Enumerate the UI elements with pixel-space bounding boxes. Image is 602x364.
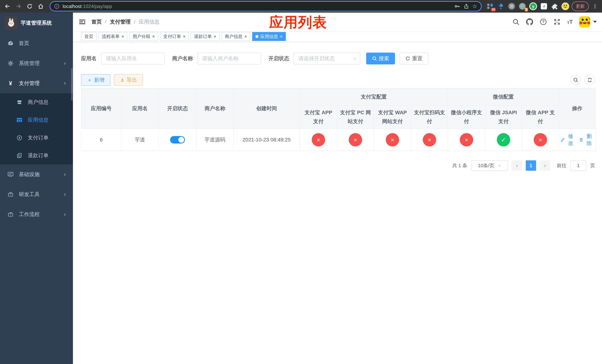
sidebar-item-workflow[interactable]: 工作流程 ∨: [0, 204, 73, 225]
fullscreen-icon[interactable]: [553, 18, 561, 26]
collapse-sidebar-icon[interactable]: [78, 18, 86, 26]
sidebar-item-refund-orders[interactable]: 退款订单: [0, 147, 73, 164]
extension-tabs-icon[interactable]: 10: [486, 2, 494, 10]
sidebar: 芋道管理系统 首页 系统管理 ∨ ¥ 支付管理 ∧: [0, 13, 73, 364]
search-button[interactable]: 搜索: [366, 53, 395, 64]
table-row: 6 芋道 芋道源码 2021-10-23 08:49:25 × × × × ×: [81, 129, 595, 151]
goto-label: 前往: [557, 162, 567, 169]
yen-icon: ¥: [7, 80, 14, 87]
enabled-toggle[interactable]: [170, 136, 185, 143]
merchant-name-input[interactable]: [197, 53, 261, 64]
tab-app-info[interactable]: 应用信息×: [252, 32, 286, 41]
browser-home-button[interactable]: [36, 2, 45, 11]
tab-refund-orders[interactable]: 退款订单×: [191, 32, 220, 41]
breadcrumb-home[interactable]: 首页: [91, 18, 102, 25]
toolbar-right: [570, 75, 595, 85]
github-icon[interactable]: [526, 18, 533, 26]
site-info-icon[interactable]: [54, 3, 60, 9]
browser-reload-button[interactable]: [25, 2, 34, 11]
sidebar-item-app-info[interactable]: 应用信息: [0, 111, 73, 129]
user-menu[interactable]: [579, 16, 597, 27]
sidebar-item-system[interactable]: 系统管理 ∨: [0, 53, 73, 73]
sidebar-item-pay-orders[interactable]: ¥ 支付订单: [0, 129, 73, 147]
column-header: 微信小程序支付: [448, 105, 485, 129]
share-icon[interactable]: [463, 3, 469, 9]
add-button[interactable]: ＋ 新增: [81, 74, 110, 86]
extension-command-icon[interactable]: ⌘: [508, 2, 516, 10]
app-name-input[interactable]: [101, 53, 165, 64]
extension-y-icon[interactable]: y: [529, 2, 537, 10]
group-header-wechat: 微信配置: [448, 88, 559, 105]
table-grid-icon: [16, 117, 22, 123]
page-number-button[interactable]: 1: [526, 160, 536, 171]
chevron-down-icon: ∨: [63, 192, 66, 197]
toggle-search-button[interactable]: [570, 75, 581, 85]
column-header: 应用名: [121, 88, 159, 129]
column-header: 操作: [559, 88, 595, 129]
close-icon[interactable]: ×: [244, 34, 247, 39]
tab-home[interactable]: 首页: [81, 32, 97, 41]
reset-button[interactable]: 重置: [399, 53, 428, 64]
sidebar-scrollbar[interactable]: [71, 68, 73, 101]
help-icon[interactable]: ?: [540, 18, 547, 26]
browser-back-button[interactable]: [3, 2, 12, 11]
sidebar-item-dev-tools[interactable]: 研发工具 ∨: [0, 184, 73, 204]
status-select[interactable]: 请选择开启状态 ∨: [294, 53, 360, 64]
delete-link-label: 删除: [584, 133, 594, 147]
browser-forward-button[interactable]: [14, 2, 23, 11]
svg-text:?: ?: [542, 20, 545, 24]
cell-wechat-lite: ×: [448, 129, 485, 151]
svg-text:⌘: ⌘: [510, 4, 514, 9]
plus-icon: ＋: [87, 76, 92, 84]
cell-merchant: 芋道源码: [196, 129, 233, 151]
column-header: 商户名称: [196, 88, 233, 129]
cell-alipay-app: ×: [300, 129, 337, 151]
sidebar-item-merchant-info[interactable]: 商户信息: [0, 93, 73, 111]
url-text[interactable]: localhost:1024/pay/app: [63, 3, 451, 9]
bookmark-star-icon[interactable]: ☆: [472, 3, 477, 9]
extension-emoji-icon[interactable]: [561, 2, 570, 10]
header-search-icon[interactable]: [512, 18, 520, 26]
password-key-icon[interactable]: [454, 3, 460, 10]
close-icon[interactable]: ×: [183, 34, 185, 39]
sidebar-item-home[interactable]: 首页: [0, 33, 73, 53]
navbar-actions: ? TT: [512, 16, 597, 27]
extension-notes-icon[interactable]: [540, 2, 548, 10]
status-icon: ×: [460, 133, 473, 146]
browser-chrome: localhost:1024/pay/app ☆ 10 ⌘ 1: [0, 0, 602, 13]
prev-page-button[interactable]: ‹: [512, 160, 522, 171]
search-form: 应用名 商户名称 开启状态 请选择开启状态 ∨ 搜索 重置: [81, 53, 595, 64]
close-icon[interactable]: ×: [280, 34, 282, 39]
sidebar-item-infrastructure[interactable]: 基础设施 ∨: [0, 164, 73, 184]
url-bar[interactable]: localhost:1024/pay/app ☆: [50, 1, 482, 11]
extension-kite-icon[interactable]: [497, 2, 505, 10]
extension-puzzle-icon[interactable]: [550, 2, 559, 10]
next-page-button[interactable]: ›: [540, 160, 550, 171]
close-icon[interactable]: ×: [214, 34, 216, 39]
browser-update-button[interactable]: 更新: [572, 1, 589, 11]
add-button-label: 新增: [94, 76, 104, 84]
merchant-name-label: 商户名称: [172, 55, 193, 62]
page-content: 应用名 商户名称 开启状态 请选择开启状态 ∨ 搜索 重置: [73, 42, 602, 364]
page-size-select[interactable]: 10条/页 ∨: [471, 160, 508, 171]
column-header: 微信 JSAPI 支付: [485, 105, 522, 129]
extension-record-icon[interactable]: 1: [518, 2, 527, 10]
goto-page-input[interactable]: [570, 160, 586, 171]
close-icon[interactable]: ×: [121, 34, 124, 39]
font-size-icon[interactable]: TT: [567, 19, 573, 25]
tab-process-form[interactable]: 流程表单×: [98, 32, 127, 41]
delete-link[interactable]: 删除: [579, 133, 594, 147]
svg-text:¥: ¥: [19, 136, 20, 139]
tab-user-group[interactable]: 用户分组×: [129, 32, 158, 41]
breadcrumb-payment[interactable]: 支付管理: [110, 18, 131, 25]
tab-merchant-info[interactable]: 商户信息×: [221, 32, 250, 41]
refresh-table-button[interactable]: [585, 75, 595, 85]
tab-pay-orders[interactable]: 支付订单×: [160, 32, 189, 41]
close-icon[interactable]: ×: [152, 34, 155, 39]
sidebar-logo[interactable]: 芋道管理系统: [0, 13, 73, 33]
payment-submenu: 商户信息 应用信息 ¥ 支付订单: [0, 93, 73, 164]
export-button[interactable]: 导出: [114, 74, 143, 86]
edit-link[interactable]: 修改: [560, 133, 575, 147]
browser-menu-icon[interactable]: ⋮: [591, 3, 599, 10]
sidebar-item-payment[interactable]: ¥ 支付管理 ∧: [0, 73, 73, 93]
